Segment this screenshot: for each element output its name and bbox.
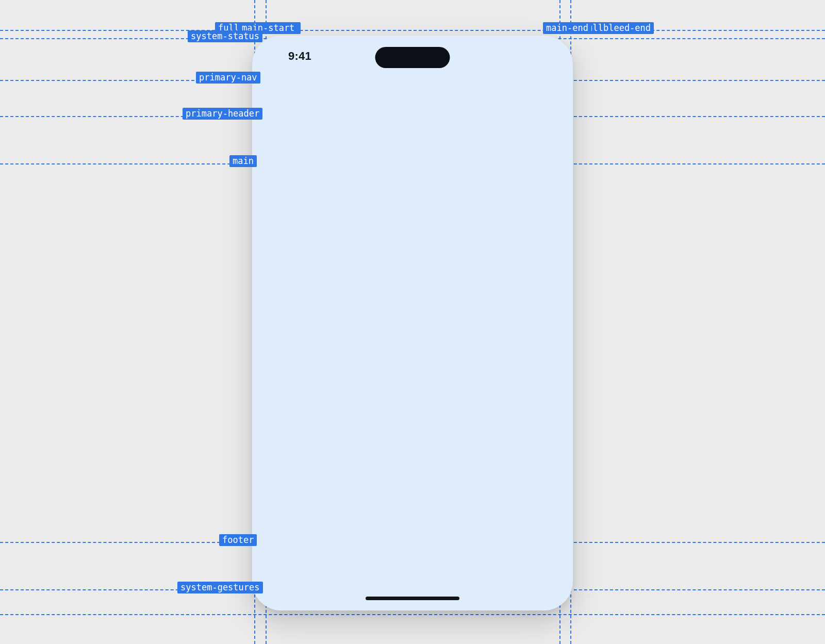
label-main: main: [229, 155, 257, 167]
label-primary-nav: primary-nav: [196, 72, 260, 84]
label-system-status: system-status: [188, 30, 262, 42]
status-bar-time: 9:41: [288, 49, 311, 63]
label-main-end: main-end: [543, 22, 591, 34]
device-inner-border: [252, 36, 573, 610]
label-footer: footer: [219, 534, 257, 546]
guide-fullbleed-bottom: [0, 614, 825, 615]
guide-fullbleed-top: [0, 30, 825, 31]
phone-device-frame: 9:41: [252, 36, 573, 610]
home-indicator: [366, 597, 459, 600]
label-system-gestures: system-gestures: [177, 582, 263, 593]
dynamic-island: [375, 47, 450, 68]
label-primary-header: primary-header: [183, 108, 262, 120]
